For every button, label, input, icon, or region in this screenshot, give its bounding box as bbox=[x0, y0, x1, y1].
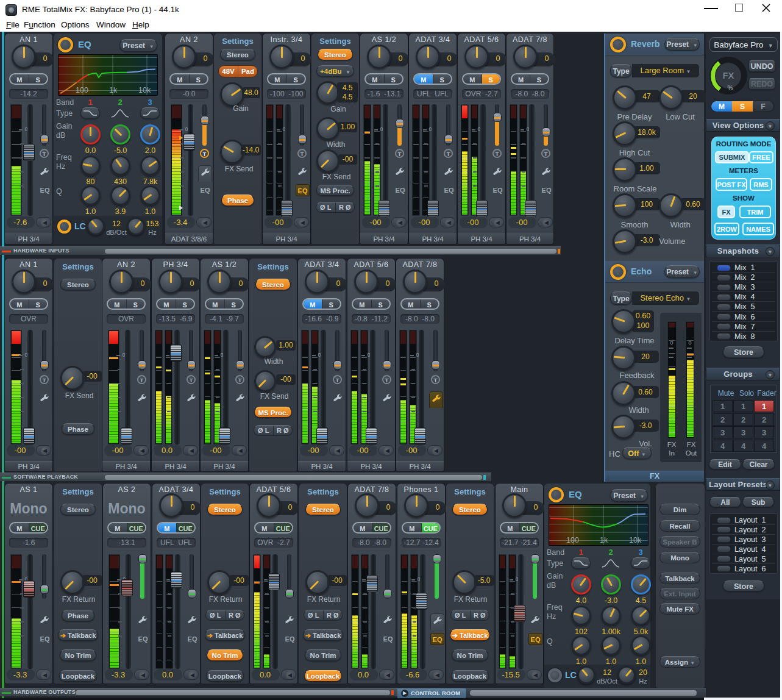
svg-text:10k: 10k bbox=[138, 86, 151, 95]
svg-text:FX: FX bbox=[722, 70, 734, 80]
svg-text:100: 100 bbox=[566, 536, 579, 545]
svg-text:1k: 1k bbox=[600, 536, 608, 545]
svg-text:10k: 10k bbox=[629, 536, 642, 545]
svg-text:100: 100 bbox=[76, 86, 88, 95]
svg-text:%: % bbox=[728, 85, 733, 91]
svg-text:1k: 1k bbox=[109, 86, 118, 95]
